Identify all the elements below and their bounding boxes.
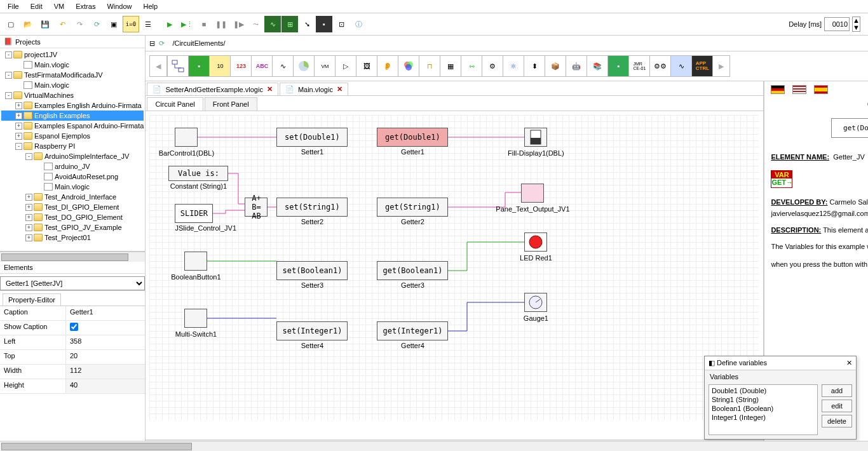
tab-circuit-panel[interactable]: Circuit Panel [147, 97, 203, 111]
dialog-add-button[interactable]: add [822, 384, 852, 397]
breadcrumb-refresh-button[interactable]: ⟳ [159, 39, 165, 48]
block-set_bo[interactable]: set(Boolean1) [276, 261, 348, 280]
expand-icon[interactable]: + [15, 123, 22, 130]
info-hscroll[interactable] [764, 441, 868, 450]
tab-front-panel[interactable]: Front Panel [205, 97, 257, 111]
pal-gears-icon[interactable]: ⚙⚙ [649, 55, 671, 77]
tree-item[interactable]: AvoidAutoReset.png [1, 172, 144, 182]
property-editor-tab[interactable]: Property-Editor [3, 293, 61, 306]
pal-sine-icon[interactable]: ∿ [670, 55, 692, 77]
terminal-button[interactable]: ▪ [316, 16, 332, 32]
dialog-delete-button[interactable]: delete [822, 415, 852, 427]
pal-atom-icon[interactable]: ⚛ [503, 55, 524, 77]
block-get_bo[interactable]: get(Boolean1) [377, 261, 448, 280]
save-button[interactable]: 💾 [37, 16, 53, 32]
menu-file[interactable]: File [3, 1, 24, 11]
breadcrumb-view-button[interactable]: ⊟ [149, 39, 155, 48]
delay-input[interactable] [824, 17, 850, 31]
tab-main[interactable]: 📄 Main.vlogic ✕ [280, 83, 348, 95]
expand-icon[interactable]: + [25, 224, 32, 231]
dialog-edit-button[interactable]: edit [822, 400, 852, 412]
variable-item[interactable]: Double1 (Double) [764, 386, 816, 395]
info-button[interactable]: ⓘ [350, 16, 367, 32]
expand-icon[interactable]: + [15, 102, 22, 109]
open-button[interactable]: 📂 [20, 16, 36, 32]
property-value[interactable]: 112 [66, 365, 145, 379]
flag-es-icon[interactable] [814, 85, 828, 94]
tree-item[interactable]: +Examples Espanol Arduino-Firmata [1, 121, 144, 131]
tree-item[interactable]: -ArduinoSimpleInterface_JV [1, 151, 144, 161]
menu-vm[interactable]: VM [49, 1, 70, 11]
tree-item[interactable]: -Raspberry PI [1, 141, 144, 151]
pal-amp-icon[interactable]: ▷ [335, 55, 356, 77]
menu-window[interactable]: Window [102, 1, 137, 11]
circuit-canvas[interactable]: BarControl1(DBL)set(Double1)Setter1get(D… [149, 115, 759, 420]
block-led[interactable] [524, 232, 547, 252]
new-button[interactable]: ▢ [3, 16, 19, 32]
block-set_st[interactable]: set(String1) [276, 198, 348, 217]
palette-next[interactable]: ▶ [712, 55, 730, 77]
variables-button[interactable]: i=0 [123, 16, 139, 32]
tree-item[interactable]: Main.vlogic [1, 80, 144, 90]
block-pane[interactable] [521, 184, 544, 203]
block-fill[interactable] [524, 128, 547, 147]
expand-icon[interactable]: + [25, 204, 32, 211]
expand-icon[interactable]: - [25, 153, 32, 160]
expand-icon[interactable]: + [25, 234, 32, 241]
menu-extras[interactable]: Extras [71, 1, 100, 11]
block-set_in[interactable]: set(Integer1) [276, 321, 348, 340]
tree-item[interactable]: Main.vlogic [1, 182, 144, 192]
block-slider[interactable]: SLIDER [175, 204, 213, 223]
close-icon[interactable]: ✕ [337, 85, 342, 93]
pal-flow-icon[interactable]: ⬍ [524, 55, 545, 77]
pal-diagram-icon[interactable] [167, 55, 189, 77]
project-tree[interactable]: -project1JVMain.vlogic-TestFirmataModifi… [0, 48, 145, 252]
block-get_in[interactable]: get(Integer1) [377, 321, 448, 340]
tree-item[interactable]: +Test_DO_GPIO_Element [1, 212, 144, 222]
pal-chip-icon[interactable]: ▪ [607, 55, 629, 77]
select-button[interactable]: ▣ [105, 16, 122, 32]
block-set_db[interactable]: set(Double1) [276, 128, 348, 147]
refresh-button[interactable]: ⟳ [88, 16, 105, 32]
close-icon[interactable]: ✕ [267, 85, 273, 93]
block-multi[interactable] [184, 309, 207, 328]
block-get_st[interactable]: get(String1) [377, 198, 448, 217]
expand-icon[interactable]: - [5, 72, 12, 79]
tree-item[interactable]: arduino_JV [1, 161, 144, 172]
pal-10-icon[interactable]: 10 [209, 55, 231, 77]
pal-jmr-icon[interactable]: JMRCE-01 [628, 55, 650, 77]
expand-icon[interactable]: + [25, 214, 32, 221]
step-into-button[interactable]: ⤳ [247, 16, 264, 32]
expand-icon[interactable]: - [5, 51, 12, 58]
pal-appctrl-icon[interactable]: APPCTRL [691, 55, 713, 77]
pal-green-icon[interactable]: ▪ [188, 55, 210, 77]
pal-abc-icon[interactable]: ABC [251, 55, 273, 77]
expand-icon[interactable]: + [25, 194, 32, 201]
block-barctrl[interactable] [175, 128, 198, 147]
dialog-close-icon[interactable]: ✕ [846, 359, 852, 367]
debug-button[interactable]: ▶⋮ [179, 16, 195, 32]
delay-stepper[interactable]: ▲▼ [852, 17, 860, 32]
expand-icon[interactable]: + [15, 112, 22, 119]
pal-rgb-icon[interactable] [398, 55, 419, 77]
undo-button[interactable]: ↶ [54, 16, 71, 32]
block-get_db[interactable]: get(Double1) [377, 128, 448, 147]
block-gauge[interactable] [524, 293, 547, 312]
pal-gear-icon[interactable]: ⚙ [482, 55, 503, 77]
pal-grid-icon[interactable]: ▦ [440, 55, 461, 77]
graph2-button[interactable]: ⊞ [281, 16, 298, 32]
block-ab[interactable]: A+ B= AB [245, 198, 268, 217]
run-button[interactable]: ▶ [161, 16, 178, 32]
stop-button[interactable]: ■ [196, 16, 212, 32]
tree-item[interactable]: +English Examples [1, 111, 144, 121]
redo-button[interactable]: ↷ [71, 16, 88, 32]
pal-pie-icon[interactable] [293, 55, 315, 77]
tree-item[interactable]: Main.vlogic [1, 60, 144, 70]
flag-de-icon[interactable] [771, 85, 785, 94]
tree-item[interactable]: +Test_GPIO_JV_Example [1, 222, 144, 232]
tree-item[interactable]: -TestFirmataModificadaJV [1, 70, 144, 80]
tree-item[interactable]: +Espanol Ejemplos [1, 131, 144, 141]
menu-help[interactable]: Help [139, 1, 163, 11]
pal-img-icon[interactable]: 🖼 [356, 55, 377, 77]
property-value[interactable]: 40 [66, 379, 145, 393]
